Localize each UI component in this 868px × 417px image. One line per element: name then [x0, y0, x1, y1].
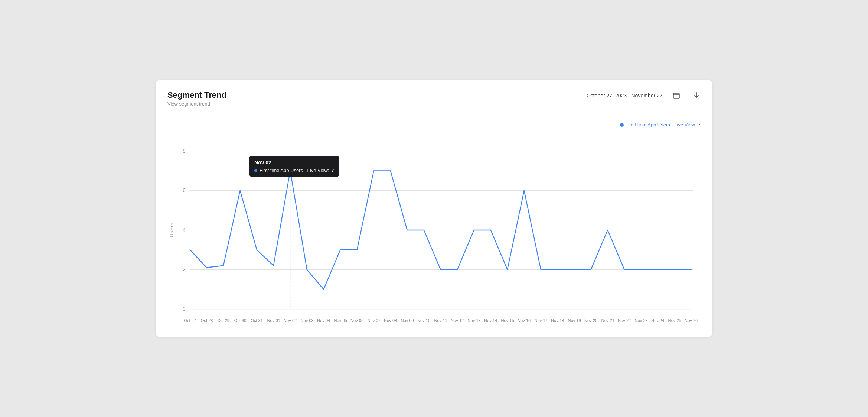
card-header: Segment Trend View segment trend October… — [167, 90, 701, 113]
svg-text:2: 2 — [183, 266, 185, 272]
svg-text:Nov 08: Nov 08 — [384, 318, 397, 323]
svg-text:Oct 31: Oct 31 — [251, 318, 263, 323]
legend-dot — [620, 123, 624, 127]
header-divider — [686, 90, 686, 101]
chart-legend: First time App Users - Live View 7 — [167, 122, 701, 127]
svg-text:Nov 12: Nov 12 — [451, 318, 464, 323]
svg-text:Nov 23: Nov 23 — [635, 318, 648, 323]
svg-text:8: 8 — [183, 148, 185, 154]
svg-text:Users: Users — [169, 223, 174, 237]
svg-text:6: 6 — [183, 187, 185, 193]
svg-text:Nov 24: Nov 24 — [651, 318, 664, 323]
svg-text:Nov 09: Nov 09 — [401, 318, 414, 323]
svg-text:Oct 30: Oct 30 — [234, 318, 247, 323]
svg-text:Nov 13: Nov 13 — [468, 318, 481, 323]
svg-text:Nov 06: Nov 06 — [350, 318, 363, 323]
legend-label: First time App Users - Live View — [627, 122, 695, 127]
header-left: Segment Trend View segment trend — [167, 90, 226, 107]
svg-text:Nov 04: Nov 04 — [317, 318, 330, 323]
svg-text:Nov 02: Nov 02 — [284, 318, 297, 323]
legend-value: 7 — [698, 122, 701, 127]
svg-text:Nov 15: Nov 15 — [501, 318, 514, 323]
date-range-display[interactable]: October 27, 2023 - November 27, ... — [587, 92, 680, 99]
svg-text:Nov 26: Nov 26 — [685, 318, 698, 323]
svg-text:Nov 16: Nov 16 — [518, 318, 531, 323]
header-right: October 27, 2023 - November 27, ... — [587, 90, 701, 101]
page-subtitle: View segment trend — [167, 101, 226, 107]
svg-text:Oct 27: Oct 27 — [184, 318, 196, 323]
svg-text:Nov 25: Nov 25 — [668, 318, 681, 323]
tooltip-point — [288, 168, 293, 174]
svg-text:Nov 05: Nov 05 — [334, 318, 347, 323]
svg-text:Nov 22: Nov 22 — [618, 318, 631, 323]
svg-text:Nov 10: Nov 10 — [417, 318, 430, 323]
svg-text:4: 4 — [183, 227, 185, 233]
chart-area: 0 2 4 6 8 Users Oct 27 Oct 28 Oct 29 Oct… — [167, 133, 701, 327]
svg-text:Nov 07: Nov 07 — [368, 318, 381, 323]
svg-rect-0 — [673, 93, 679, 98]
line-chart: 0 2 4 6 8 Users Oct 27 Oct 28 Oct 29 Oct… — [167, 133, 701, 327]
svg-text:Oct 28: Oct 28 — [201, 318, 213, 323]
svg-text:Nov 14: Nov 14 — [484, 318, 497, 323]
svg-text:Nov 01: Nov 01 — [267, 318, 280, 323]
svg-text:Nov 19: Nov 19 — [568, 318, 581, 323]
svg-text:Nov 03: Nov 03 — [301, 318, 314, 323]
date-range-text: October 27, 2023 - November 27, ... — [587, 93, 670, 98]
svg-text:0: 0 — [183, 306, 185, 312]
download-icon[interactable] — [692, 91, 701, 100]
svg-text:Nov 20: Nov 20 — [584, 318, 597, 323]
svg-text:Nov 11: Nov 11 — [434, 318, 447, 323]
calendar-icon[interactable] — [673, 92, 680, 99]
page-title: Segment Trend — [167, 90, 226, 100]
svg-text:Nov 17: Nov 17 — [535, 318, 548, 323]
svg-text:Oct 29: Oct 29 — [217, 318, 229, 323]
segment-trend-card: Segment Trend View segment trend October… — [156, 80, 712, 337]
svg-text:Nov 21: Nov 21 — [601, 318, 614, 323]
svg-text:Nov 18: Nov 18 — [551, 318, 564, 323]
